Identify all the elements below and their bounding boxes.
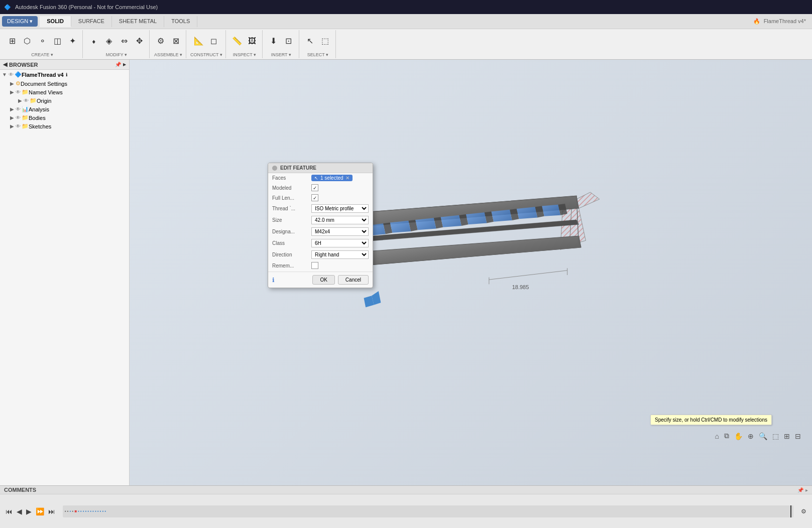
timeline-marker-10: ▪ xyxy=(90,509,91,513)
size-label: Size xyxy=(272,217,308,223)
named-views-eye[interactable]: 👁 xyxy=(16,89,21,95)
tab-solid[interactable]: SOLID xyxy=(40,16,71,27)
construct-tool-1[interactable]: 📐 xyxy=(192,31,206,51)
view-display-icon[interactable]: ⬚ xyxy=(771,431,780,441)
construct-tool-2[interactable]: ◻ xyxy=(207,31,221,51)
browser-item-bodies[interactable]: ▶ 👁 📁 Bodies xyxy=(8,113,129,122)
create-tool-5[interactable]: ✦ xyxy=(65,31,79,51)
origin-icon: 📁 xyxy=(30,97,37,104)
dialog-header: EDIT FEATURE xyxy=(268,163,373,173)
view-more-icon[interactable]: ⊟ xyxy=(794,431,802,441)
ok-button[interactable]: OK xyxy=(312,275,334,285)
root-expand-arrow[interactable]: ▼ xyxy=(2,72,7,77)
sketches-arrow[interactable]: ▶ xyxy=(10,123,14,129)
timeline-marker-15: ▪ xyxy=(102,509,104,513)
browser-header: ◀ BROWSER 📌 ▸ xyxy=(0,60,129,70)
root-version-icon[interactable]: ℹ xyxy=(66,72,67,77)
create-tool-1[interactable]: ⊞ xyxy=(5,31,19,51)
design-button[interactable]: DESIGN ▾ xyxy=(2,16,38,27)
analysis-arrow[interactable]: ▶ xyxy=(10,106,14,112)
view-zoom-fit-icon[interactable]: ⊕ xyxy=(747,431,755,441)
tab-sheet-metal[interactable]: SHEET METAL xyxy=(112,16,164,27)
svg-marker-23 xyxy=(491,210,512,222)
insert-tool-1[interactable]: ⬇ xyxy=(267,31,281,51)
browser-item-analysis[interactable]: ▶ 👁 📊 Analysis xyxy=(8,105,129,113)
insert-label: INSERT ▾ xyxy=(271,52,291,57)
origin-arrow[interactable]: ▶ xyxy=(18,98,22,103)
browser-toggle-icon[interactable]: ◀ xyxy=(3,61,7,68)
timeline-marker-7: ▪ xyxy=(83,509,84,513)
timeline-play-btn[interactable]: ▶ xyxy=(25,506,33,516)
create-tool-4[interactable]: ◫ xyxy=(50,31,64,51)
full-length-checkbox[interactable] xyxy=(311,194,318,201)
timeline-position-indicator xyxy=(790,505,791,517)
cancel-button[interactable]: Cancel xyxy=(338,275,369,285)
select-tool-2[interactable]: ⬚ xyxy=(318,31,332,51)
dialog-info-icon[interactable]: ℹ xyxy=(272,277,275,284)
browser-pin-icon[interactable]: 📌 xyxy=(115,62,121,67)
viewport[interactable]: EDIT FEATURE Faces ↖ 1 selected ✕ Modele… xyxy=(130,60,812,485)
browser-expand-icon[interactable]: ▸ xyxy=(123,61,126,68)
comments-pin[interactable]: 📌 xyxy=(797,487,803,493)
create-tool-2[interactable]: ⬡ xyxy=(20,31,34,51)
inspect-tool-2[interactable]: 🖼 xyxy=(245,31,259,51)
insert-tool-2[interactable]: ⊡ xyxy=(282,31,296,51)
ribbon-group-construct: 📐 ◻ CONSTRUCT ▾ xyxy=(187,30,226,58)
dialog-row-class: Class 6H 4H 5H 7H xyxy=(268,237,373,249)
view-pan-icon[interactable]: ✋ xyxy=(733,431,744,441)
thread-type-select[interactable]: ISO Metric profile UN Imperial ANSI Pipe… xyxy=(311,204,369,213)
class-select[interactable]: 6H 4H 5H 7H xyxy=(311,239,369,247)
modify-tool-1[interactable]: ⬧ xyxy=(87,31,101,51)
comments-expand[interactable]: ▸ xyxy=(805,487,808,493)
timeline-start-btn[interactable]: ⏮ xyxy=(4,506,14,516)
named-views-icon: 📁 xyxy=(22,89,29,95)
create-label: CREATE ▾ xyxy=(31,52,53,57)
browser-item-named-views[interactable]: ▶ 👁 📁 Named Views xyxy=(8,88,129,96)
modify-tool-2[interactable]: ◈ xyxy=(102,31,116,51)
assemble-tool-1[interactable]: ⚙ xyxy=(154,31,168,51)
root-visibility-eye[interactable]: 👁 xyxy=(9,72,14,77)
size-select[interactable]: 42.0 mm 36.0 mm 30.0 mm xyxy=(311,216,369,224)
faces-value: 1 selected xyxy=(320,175,343,181)
assemble-tool-2[interactable]: ⊠ xyxy=(169,31,183,51)
modify-tool-4[interactable]: ✥ xyxy=(132,31,146,51)
browser-item-origin[interactable]: ▶ 👁 📁 Origin xyxy=(16,96,129,105)
doc-expand-arrow[interactable]: ▶ xyxy=(10,81,14,86)
view-home-icon[interactable]: ⌂ xyxy=(714,431,720,441)
bodies-arrow[interactable]: ▶ xyxy=(10,115,14,120)
timeline-end-btn[interactable]: ⏭ xyxy=(47,506,57,516)
modify-tool-3[interactable]: ⇔ xyxy=(117,31,131,51)
timeline-track[interactable]: ▪ ▪ ▪ ▪ ■ ▪ ▪ ▪ ▪ ▪ ▪ ▪ ▪ ▪ ▪ ▪ ▪ xyxy=(63,505,793,517)
dialog-row-remember: Remem... xyxy=(268,260,373,271)
settings-icon[interactable]: ⚙ xyxy=(799,507,808,516)
timeline-marker-16: ▪ xyxy=(105,509,106,513)
sketches-eye[interactable]: 👁 xyxy=(16,123,21,129)
bodies-eye[interactable]: 👁 xyxy=(16,115,21,120)
tab-surface[interactable]: SURFACE xyxy=(71,16,112,27)
direction-select[interactable]: Right hand Left hand xyxy=(311,250,369,259)
modeled-label: Modeled xyxy=(272,185,308,191)
origin-eye[interactable]: 👁 xyxy=(24,98,29,103)
browser-item-sketches[interactable]: ▶ 👁 📁 Sketches xyxy=(8,122,129,130)
view-zoom-icon[interactable]: 🔍 xyxy=(758,431,768,441)
browser-item-document-settings[interactable]: ▶ ⚙ Document Settings xyxy=(8,79,129,88)
designation-select[interactable]: M42x4 M42x3 M42x2 xyxy=(311,227,369,236)
faces-clear-button[interactable]: ✕ xyxy=(345,175,350,181)
inspect-tool-1[interactable]: 📏 xyxy=(230,31,244,51)
timeline-next-btn[interactable]: ⏩ xyxy=(34,506,46,516)
view-grid-icon[interactable]: ⊞ xyxy=(783,431,791,441)
remember-checkbox[interactable] xyxy=(311,262,318,269)
modeled-checkbox[interactable] xyxy=(311,184,318,191)
select-tool-1[interactable]: ↖ xyxy=(303,31,317,51)
tab-tools[interactable]: TOOLS xyxy=(164,16,197,27)
dialog-row-size: Size 42.0 mm 36.0 mm 30.0 mm xyxy=(268,214,373,226)
timeline-prev-btn[interactable]: ◀ xyxy=(15,506,24,516)
timeline-marker-6: ▪ xyxy=(80,509,82,513)
browser-root-item[interactable]: ▼ 👁 🔷 FlameThread v4 ℹ xyxy=(0,70,129,79)
view-cube-icon[interactable]: ⧉ xyxy=(723,431,730,441)
create-tool-3[interactable]: ⚬ xyxy=(35,31,49,51)
analysis-eye[interactable]: 👁 xyxy=(16,106,21,112)
timeline: ⏮ ◀ ▶ ⏩ ⏭ ▪ ▪ ▪ ▪ ■ ▪ ▪ ▪ ▪ ▪ ▪ ▪ ▪ ▪ xyxy=(0,494,812,528)
named-views-arrow[interactable]: ▶ xyxy=(10,89,14,95)
dialog-footer: ℹ OK Cancel xyxy=(268,272,373,288)
